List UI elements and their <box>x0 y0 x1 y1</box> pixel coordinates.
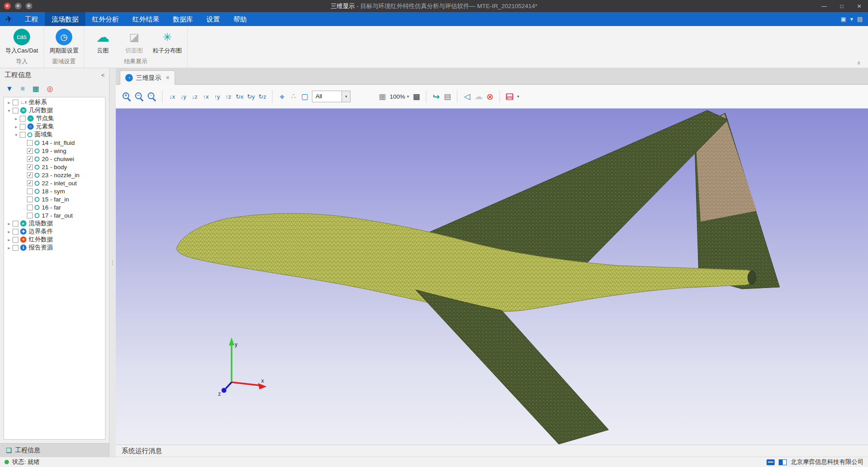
export-view-icon[interactable]: ↪ <box>432 92 440 101</box>
tree-item-label[interactable]: 报告资源 <box>29 244 53 252</box>
box-select-icon[interactable]: ▢ <box>301 93 308 100</box>
tree-item[interactable]: ▸ℹ报告资源 <box>4 244 105 252</box>
filter-icon[interactable]: ▼ <box>6 85 13 92</box>
ribbon-button-contour-cloud[interactable]: ☁云图 <box>90 29 116 55</box>
tree-item[interactable]: ✓20 - chuiwei <box>4 155 105 163</box>
tree-item[interactable]: 16 - far <box>4 203 105 211</box>
tree-item-label[interactable]: 坐标系 <box>29 98 47 106</box>
tree-checkbox[interactable] <box>27 188 33 194</box>
app-logo-badge[interactable] <box>4 3 11 9</box>
tree-checkbox[interactable]: ✓ <box>27 164 33 170</box>
tree-checkbox[interactable]: ✓ <box>27 156 33 162</box>
tree-item-label[interactable]: 几何数据 <box>29 106 53 114</box>
snapshot-image-icon[interactable]: ▤ <box>443 93 451 100</box>
tree-item-label[interactable]: 红外数据 <box>29 236 53 244</box>
combo-caret-icon[interactable]: ▾ <box>342 91 350 102</box>
tree-item-label[interactable]: 14 - int_fluid <box>42 140 75 146</box>
tree-item-label[interactable]: 23 - nozzle_in <box>42 172 79 179</box>
tree-checkbox[interactable] <box>13 221 18 227</box>
tree-item-label[interactable]: 19 - wing <box>42 148 66 154</box>
tree-checkbox[interactable] <box>20 116 26 122</box>
tree-item-label[interactable]: 16 - far <box>42 204 61 211</box>
panel-splitter[interactable]: ⋮ <box>110 68 116 457</box>
tree-item[interactable]: 17 - far_out <box>4 211 105 219</box>
tree-expander-icon[interactable]: ▸ <box>6 245 12 250</box>
tree-item-label[interactable]: 18 - sym <box>42 188 65 195</box>
tree-item-label[interactable]: 17 - far_out <box>42 212 73 219</box>
zoom-fit-icon[interactable]: ▫ <box>147 92 156 101</box>
tree-item[interactable]: ▾≋几何数据 <box>4 106 105 114</box>
save-view-icon[interactable] <box>506 93 513 100</box>
save-caret-icon[interactable]: ▾ <box>517 94 519 99</box>
tree-checkbox[interactable] <box>13 229 18 235</box>
delete-icon[interactable]: ⊗ <box>486 92 494 101</box>
ribbon-button-particle-distribution[interactable]: ✳粒子分布图 <box>153 29 182 55</box>
grid-view-icon[interactable]: ▦ <box>32 85 39 92</box>
tree-item[interactable]: ▸−节点集 <box>4 114 105 122</box>
bottom-tab-project-info[interactable]: ❑ 工程信息 <box>0 443 109 457</box>
tree-item[interactable]: ▸✚边界条件 <box>4 227 105 236</box>
tree-item-label[interactable]: 流场数据 <box>29 219 53 227</box>
tree-expander-icon[interactable]: ▸ <box>13 124 19 129</box>
tree-checkbox[interactable] <box>13 100 18 105</box>
system-message-panel-header[interactable]: 系统运行消息 <box>116 445 868 457</box>
grid-icon[interactable]: ▩ <box>412 93 420 100</box>
tree-item-label[interactable]: 15 - far_in <box>42 196 69 203</box>
tree-checkbox[interactable]: ✓ <box>27 180 33 186</box>
tree-checkbox[interactable]: ✓ <box>27 148 33 154</box>
view-z-neg-icon[interactable]: ↓z <box>191 94 198 100</box>
quick-access-button-2[interactable] <box>26 3 32 9</box>
menu-tab-2[interactable]: 流场数据 <box>45 12 85 26</box>
menu-tab-3[interactable]: 红外分析 <box>85 12 126 26</box>
probe-point-icon[interactable]: ⌖ <box>278 92 286 101</box>
view-y-neg-icon[interactable]: ↓y <box>180 94 187 100</box>
tree-checkbox[interactable] <box>27 213 33 218</box>
ribbon-button-periodic-face[interactable]: ◷周期面设置 <box>49 29 79 55</box>
tree-item[interactable]: ▸▸流场数据 <box>4 219 105 227</box>
style-caret-icon[interactable]: ▾ <box>850 16 853 22</box>
tree-item-label[interactable]: 22 - inlet_out <box>42 180 77 187</box>
rotate-x-icon[interactable]: ↻x <box>236 94 243 100</box>
tree-item[interactable]: ▸☀红外数据 <box>4 236 105 244</box>
tree-checkbox[interactable] <box>13 237 18 243</box>
tree-item-label[interactable]: 节点集 <box>36 114 54 122</box>
tab-close-icon[interactable]: ✕ <box>166 75 170 81</box>
tree-checkbox[interactable] <box>27 140 33 146</box>
status-panel-icon-2[interactable] <box>779 459 787 465</box>
tree-item[interactable]: ▾面域集 <box>4 131 105 139</box>
menu-tab-5[interactable]: 数据库 <box>166 12 200 26</box>
tree-expander-icon[interactable]: ▾ <box>13 132 19 137</box>
view-x-pos-icon[interactable]: ↑x <box>202 94 210 100</box>
view-x-neg-icon[interactable]: ↓x <box>168 94 176 100</box>
quick-access-button-1[interactable] <box>15 3 22 9</box>
menu-tab-4[interactable]: 红外结果 <box>126 12 166 26</box>
tree-item[interactable]: ✓21 - body <box>4 163 105 171</box>
tab-3d-display[interactable]: ◔ 三维显示 ✕ <box>120 70 175 85</box>
tree-item[interactable]: ✓19 - wing <box>4 147 105 155</box>
tree-checkbox[interactable] <box>20 124 26 130</box>
display-filter-select[interactable]: All▾ <box>312 91 351 102</box>
zoom-in-icon[interactable]: + <box>122 92 131 101</box>
mirror-icon[interactable]: ◁ <box>463 92 471 100</box>
ribbon-collapse-icon[interactable]: ∧ <box>857 60 861 66</box>
viewport-3d[interactable]: x y z <box>116 109 868 445</box>
tree-expander-icon[interactable]: ▸ <box>6 229 12 234</box>
opacity-pattern-icon[interactable]: ▦ <box>378 93 386 100</box>
tree-item-label[interactable]: 边界条件 <box>29 227 53 236</box>
view-y-pos-icon[interactable]: ↑y <box>213 94 221 100</box>
tree-item[interactable]: ✓22 - inlet_out <box>4 179 105 187</box>
maximize-button[interactable]: □ <box>833 0 850 12</box>
tree-item[interactable]: ▸∟x坐标系 <box>4 98 105 106</box>
tree-item-label[interactable]: 元素集 <box>36 122 54 131</box>
zoom-level-dropdown[interactable]: 100%▾ <box>390 93 409 100</box>
menu-tab-6[interactable]: 设置 <box>200 12 227 26</box>
tree-item[interactable]: ▸○元素集 <box>4 122 105 131</box>
tree-expander-icon[interactable]: ▸ <box>6 100 12 105</box>
tree-checkbox[interactable] <box>20 132 26 138</box>
rotate-z-icon[interactable]: ↻z <box>259 94 266 100</box>
tree-checkbox[interactable]: ✓ <box>27 172 33 178</box>
zoom-out-icon[interactable]: − <box>135 92 144 101</box>
panel-collapse-icon[interactable]: < <box>101 72 105 79</box>
tree-item[interactable]: 15 - far_in <box>4 195 105 203</box>
tree-expander-icon[interactable]: ▸ <box>6 237 12 242</box>
